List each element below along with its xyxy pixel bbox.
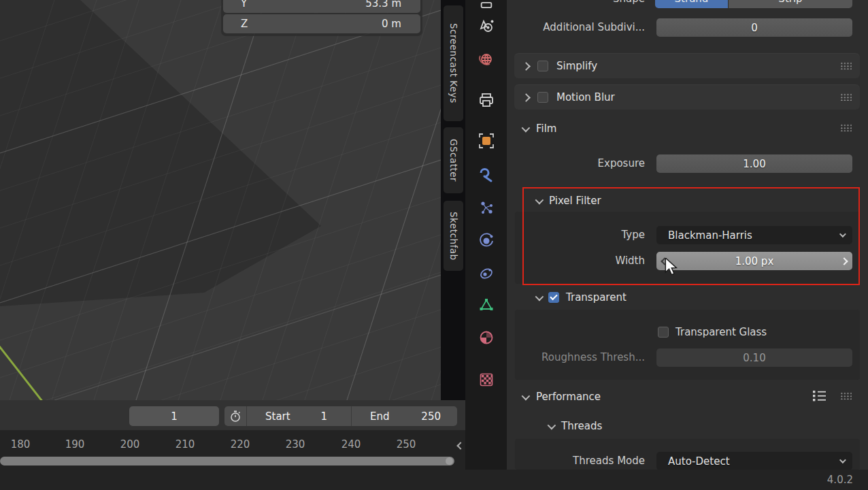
blender-version: 4.0.2 (827, 474, 853, 486)
particles-icon[interactable] (477, 199, 496, 218)
timeline-scrollbar[interactable] (0, 457, 454, 466)
physics-icon[interactable] (477, 231, 496, 250)
shape-label: Shape (507, 0, 645, 8)
presets-list-icon[interactable] (812, 390, 827, 402)
output-icon[interactable] (477, 91, 496, 110)
use-preview-range-button[interactable] (224, 406, 247, 426)
tab-gscatter-label: GScatter (448, 139, 459, 182)
threads-mode-value: Auto-Detect (668, 455, 730, 468)
tab-sketchfab[interactable]: Sketchfab (444, 201, 463, 271)
mouse-cursor (664, 258, 679, 276)
modifier-icon[interactable] (477, 165, 496, 184)
y-field-value: 53.3 m (365, 0, 401, 10)
exposure-label: Exposure (507, 154, 645, 173)
drag-dots-icon[interactable] (840, 93, 852, 101)
motion-blur-checkbox[interactable] (537, 92, 548, 103)
frame-start-label: Start (265, 410, 290, 423)
shape-strip-button[interactable]: Strip (729, 0, 852, 8)
exposure-field[interactable]: 1.00 (656, 154, 852, 173)
collapse-arrow-icon[interactable] (456, 442, 464, 449)
object-data-icon[interactable] (477, 295, 496, 314)
transparent-glass-label: Transparent Glass (675, 326, 767, 338)
sidebar-tab-strip: Screencast Keys GScatter Sketchfab (441, 0, 465, 400)
transform-overlay: Y 53.3 m Z 0 m (221, 0, 422, 36)
transparent-glass-row[interactable]: Transparent Glass (658, 326, 767, 338)
ruler-tick-label: 250 (397, 438, 416, 451)
frame-start-field[interactable]: Start 1 (247, 406, 352, 426)
status-bar: 4.0.2 (0, 470, 868, 490)
z-field[interactable]: Z 0 m (223, 14, 420, 33)
tab-screencast-keys[interactable]: Screencast Keys (444, 5, 463, 121)
ruler-tick-label: 220 (231, 438, 250, 451)
pixel-filter-header-row[interactable]: Pixel Filter (535, 195, 601, 207)
chevron-down-icon[interactable] (535, 195, 544, 204)
transparent-glass-checkbox[interactable] (658, 327, 669, 338)
frame-end-label: End (370, 410, 390, 423)
y-field[interactable]: Y 53.3 m (223, 0, 420, 13)
current-frame-field[interactable]: 1 (129, 406, 219, 426)
drag-dots-icon[interactable] (840, 392, 852, 399)
frame-start-value: 1 (320, 410, 327, 423)
z-field-value: 0 m (382, 18, 401, 30)
viewport-grid (0, 0, 441, 400)
ruler-tick-label: 200 (120, 438, 140, 451)
chevron-down-icon[interactable] (522, 391, 531, 400)
threads-label: Threads (561, 420, 602, 432)
simplify-header-row[interactable]: Simplify (523, 60, 597, 72)
z-field-label: Z (241, 18, 248, 30)
threads-header-row[interactable]: Threads (548, 420, 602, 432)
tab-sketchfab-label: Sketchfab (448, 212, 459, 261)
film-header-row[interactable]: Film (522, 122, 556, 135)
performance-header-row[interactable]: Performance (522, 391, 601, 403)
film-label: Film (536, 122, 556, 135)
render-properties-panel: Shape Strand Strip Additional Subdivi...… (507, 0, 868, 470)
material-icon[interactable] (477, 328, 496, 347)
pixel-filter-subpanel (515, 212, 860, 284)
viewport-3d[interactable]: Y 53.3 m Z 0 m (0, 0, 441, 400)
scrollbar-end-knob[interactable] (446, 457, 453, 465)
ruler-tick-label: 180 (11, 438, 31, 451)
filter-type-dropdown[interactable]: Blackman-Harris (656, 226, 852, 244)
additional-subdiv-field[interactable]: 0 (656, 18, 852, 37)
chevron-down-icon[interactable] (548, 421, 556, 429)
shape-strand-button[interactable]: Strand (655, 0, 728, 8)
frame-end-value: 250 (421, 410, 441, 423)
filter-width-slider[interactable]: 1.00 px (656, 252, 852, 270)
chevron-down-icon[interactable] (535, 292, 544, 301)
constraints-icon[interactable] (477, 263, 496, 282)
ruler-tick-label: 230 (286, 438, 305, 451)
slider-increase-arrow-icon[interactable] (840, 257, 848, 265)
properties-tab-column (465, 0, 507, 470)
render-icon[interactable] (477, 16, 496, 35)
filter-width-label: Width (507, 252, 645, 270)
chevron-right-icon[interactable] (522, 62, 531, 71)
world-icon[interactable] (477, 50, 496, 69)
transparent-checkbox[interactable] (548, 292, 559, 303)
motion-blur-header-row[interactable]: Motion Blur (523, 91, 615, 103)
tab-gscatter[interactable]: GScatter (444, 127, 463, 193)
transparent-subpanel (515, 310, 860, 380)
tool-icon[interactable] (477, 0, 496, 11)
ruler-tick-label: 240 (341, 438, 361, 451)
roughness-threshold-field[interactable]: 0.10 (656, 348, 852, 367)
simplify-checkbox[interactable] (537, 61, 548, 71)
chevron-down-icon (839, 457, 846, 463)
drag-dots-icon[interactable] (840, 62, 852, 69)
frame-end-field[interactable]: End 250 (352, 406, 457, 426)
motion-blur-label: Motion Blur (556, 91, 615, 103)
simplify-label: Simplify (556, 60, 597, 72)
texture-icon[interactable] (477, 370, 496, 389)
transparent-header-row[interactable]: Transparent (535, 291, 627, 304)
drag-dots-icon[interactable] (840, 124, 852, 131)
chevron-down-icon[interactable] (522, 123, 531, 132)
pixel-filter-label: Pixel Filter (549, 195, 601, 207)
threads-mode-label: Threads Mode (507, 452, 645, 470)
chevron-right-icon[interactable] (522, 93, 531, 102)
threads-mode-dropdown[interactable]: Auto-Detect (656, 452, 852, 470)
filter-type-value: Blackman-Harris (668, 229, 752, 242)
additional-subdiv-label: Additional Subdivi... (507, 18, 645, 37)
object-icon[interactable] (477, 131, 496, 150)
ruler-tick-label: 190 (65, 438, 85, 451)
checkmark-icon (550, 293, 557, 300)
y-field-label: Y (241, 0, 247, 10)
